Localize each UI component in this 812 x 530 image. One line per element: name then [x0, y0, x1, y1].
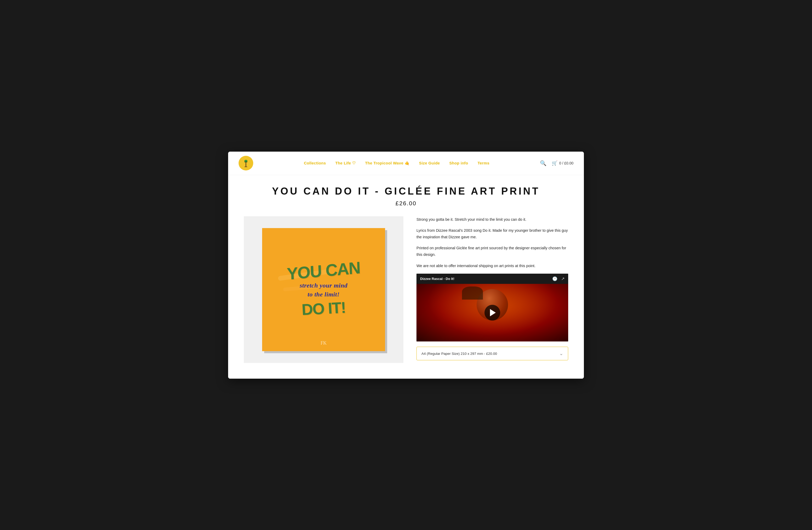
- size-selector[interactable]: A4 (Regular Paper Size) 210 x 297 mm - £…: [417, 347, 568, 360]
- art-to-limit-text: to the limit!: [308, 290, 340, 299]
- svg-rect-0: [246, 162, 246, 167]
- nav-link-shop-info[interactable]: Shop info: [449, 161, 468, 165]
- play-triangle-icon: [490, 309, 496, 316]
- video-title: Dizzee Rascal - Do It!: [420, 277, 454, 281]
- description-2: Lyrics from Dizzee Rascal's 2003 song Do…: [417, 227, 568, 240]
- palm-tree-icon: [242, 159, 250, 167]
- description-1: Strong you gotta be it. Stretch your min…: [417, 216, 568, 223]
- cart-icon: 🛒: [552, 160, 557, 166]
- browser-window: Collections The Life ♡ The Tropicool Wav…: [228, 152, 584, 379]
- video-icons: 🕐 ↗: [552, 276, 565, 281]
- svg-rect-6: [245, 167, 247, 167]
- product-info: Strong you gotta be it. Stretch your min…: [417, 216, 568, 361]
- search-icon[interactable]: 🔍: [540, 160, 547, 166]
- video-thumbnail[interactable]: [417, 284, 568, 341]
- nav-link-size-guide[interactable]: Size Guide: [419, 161, 440, 165]
- product-description: Strong you gotta be it. Stretch your min…: [417, 216, 568, 269]
- product-image-area: YOU CAN stretch your mind to the limit! …: [244, 216, 403, 363]
- description-3: Printed on professional Giclée fine art …: [417, 245, 568, 258]
- product-artwork: YOU CAN stretch your mind to the limit! …: [262, 228, 385, 351]
- art-text-layer: YOU CAN stretch your mind to the limit! …: [262, 228, 385, 351]
- art-do-it: DO IT!: [301, 300, 346, 318]
- video-header: Dizzee Rascal - Do It! 🕐 ↗: [417, 274, 568, 284]
- cart-label: 0 / £0.00: [559, 161, 574, 165]
- cart-button[interactable]: 🛒 0 / £0.00: [552, 160, 574, 166]
- art-stretch-text: stretch your mind: [300, 281, 347, 290]
- product-title: YOU CAN DO IT - GICLÉE FINE ART PRINT: [244, 186, 568, 197]
- nav-actions: 🔍 🛒 0 / £0.00: [540, 160, 574, 166]
- nav-link-tropicool[interactable]: The Tropicool Wave 🤙: [365, 161, 410, 165]
- description-4: We are not able to offer international s…: [417, 263, 568, 269]
- video-container: Dizzee Rascal - Do It! 🕐 ↗: [417, 274, 568, 341]
- size-option-label: A4 (Regular Paper Size) 210 x 297 mm - £…: [421, 352, 497, 355]
- nav-item-terms[interactable]: Terms: [477, 161, 489, 166]
- art-you-can: YOU CAN: [287, 259, 361, 282]
- hat-shape: [462, 287, 483, 299]
- play-button[interactable]: [484, 305, 500, 321]
- nav-link-terms[interactable]: Terms: [477, 161, 489, 165]
- nav-item-size-guide[interactable]: Size Guide: [419, 161, 440, 166]
- page-content: YOU CAN DO IT - GICLÉE FINE ART PRINT £2…: [228, 175, 584, 379]
- nav-link-the-life[interactable]: The Life ♡: [335, 161, 356, 165]
- nav-item-the-life[interactable]: The Life ♡: [335, 161, 356, 166]
- product-price: £26.00: [244, 200, 568, 207]
- nav-link-collections[interactable]: Collections: [304, 161, 326, 165]
- navbar: Collections The Life ♡ The Tropicool Wav…: [228, 152, 584, 175]
- site-logo[interactable]: [238, 156, 253, 170]
- nav-item-shop-info[interactable]: Shop info: [449, 161, 468, 166]
- nav-links: Collections The Life ♡ The Tropicool Wav…: [304, 161, 490, 166]
- product-main: YOU CAN stretch your mind to the limit! …: [244, 216, 568, 363]
- nav-item-collections[interactable]: Collections: [304, 161, 326, 166]
- share-icon[interactable]: ↗: [561, 276, 565, 281]
- chevron-down-icon: ⌄: [559, 351, 563, 357]
- art-signature: FK: [320, 340, 327, 346]
- nav-item-tropicool[interactable]: The Tropicool Wave 🤙: [365, 161, 410, 166]
- clock-icon[interactable]: 🕐: [552, 276, 557, 281]
